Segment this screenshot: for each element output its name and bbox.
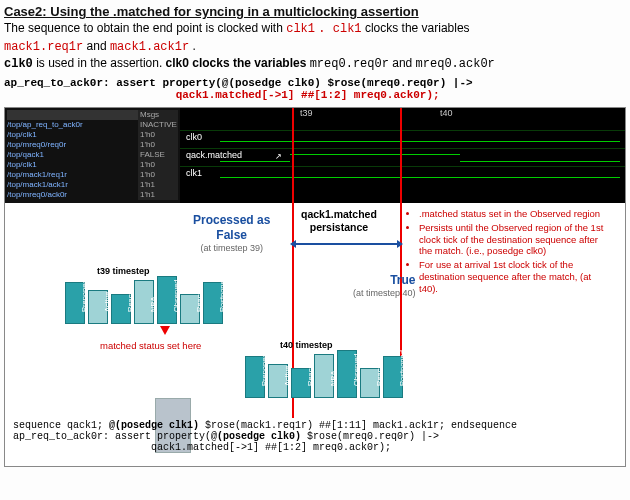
bullet-list: .matched status set in the Observed regi… [405, 208, 610, 297]
bullet-3: For use at arrival 1st clock tick of the… [419, 259, 610, 295]
intro-line-2: clk0 is used in the assertion. clk0 cloc… [4, 56, 626, 73]
assert-code: ap_req_to_ack0r: assert property(@(posed… [4, 77, 626, 101]
txt: The sequence to obtain the end point is … [4, 21, 286, 35]
bc1a: sequence qack1; [13, 420, 109, 431]
bottom-code: sequence qack1; @(posedge clk1) $rose(ma… [13, 420, 517, 453]
var2: mack1.ack1r [110, 40, 189, 54]
txt: is used in the assertion. [36, 56, 165, 70]
intro-line-1: The sequence to obtain the end point is … [4, 21, 626, 38]
tree-row: /top/ap_req_to_ack0rINACTIVE [7, 120, 178, 130]
stage-active: Active [268, 364, 288, 398]
txt: clocks the variables [192, 56, 309, 70]
txt: clocks the variables [365, 21, 470, 35]
persist-range-arrow [295, 243, 398, 245]
stages-t40: PreponedActiveReactiveNBAObservedReactiv… [245, 350, 403, 398]
time-t39: t39 [300, 108, 313, 118]
pf3: (at timestep 39) [193, 243, 270, 254]
stage-preponed: Preponed [245, 356, 265, 398]
wave-signal-tree: Msgs /top/ap_req_to_ack0rINACTIVE/top/cl… [5, 108, 180, 203]
tree-row: /top/clk11'h0 [7, 130, 178, 140]
assert-pre: ap_req_to_ack0r: assert property(@(posed… [4, 77, 473, 89]
bc3: qack1.matched[->1] ##[1:2] mreq0.ack0r); [13, 442, 391, 453]
bc2c: $rose(mreq0.req0r) |-> [301, 431, 439, 442]
tree-row: /top/clk11'h0 [7, 160, 178, 170]
clk0a: clk0 [4, 57, 33, 71]
stage-observed: Observed [157, 276, 177, 324]
clk1-a: clk1 [286, 22, 315, 36]
stage-reactive: Reactive [291, 368, 311, 398]
stage-active: Active [88, 290, 108, 324]
stage-postponed: Postponed [383, 356, 403, 398]
bc1b: @(posedge clk1) [109, 420, 199, 431]
period: . [192, 39, 195, 53]
bc2b: (posedge clk0) [217, 431, 301, 442]
sig-matched: qack.matched [186, 150, 242, 160]
clk0b: clk0 [166, 56, 189, 70]
stages-t39: PreponedActiveReactiveNBAObservedReactiv… [65, 276, 223, 324]
and2: and [392, 56, 415, 70]
tree-row: /top/mack1/req1r1'h0 [7, 170, 178, 180]
msgs-hdr: Msgs [138, 110, 178, 120]
dot: . [318, 22, 332, 36]
bullet-1: .matched status set in the Observed regi… [419, 208, 610, 220]
persist-t: qack1.matched [301, 208, 377, 221]
stage-reactive: Reactive [180, 294, 200, 324]
matched-arrow: ↗ [275, 152, 282, 161]
sig-clk0: clk0 [186, 132, 202, 142]
intro-line-vars: mack1.req1r and mack1.ack1r . [4, 39, 626, 56]
waveform-area: t39 t40 clk0 qack.matched ↗ clk1 [180, 108, 625, 203]
bc1c: $rose(mack1.req1r) ##[1:11] mack1.ack1r;… [199, 420, 517, 431]
time-t40: t40 [440, 108, 453, 118]
v4: mreq0.ack0r [416, 57, 495, 71]
diagram-frame: Msgs /top/ap_req_to_ack0rINACTIVE/top/cl… [4, 107, 626, 467]
bullet-2: Persists until the Observed region of th… [419, 222, 610, 258]
var1: mack1.req1r [4, 40, 83, 54]
tree-row: /top/mreq0/ack0r1'h1 [7, 190, 178, 200]
pf2: False [193, 228, 270, 243]
assert-cont: qack1.matched[->1] ##[1:2] mreq0.ack0r); [4, 89, 440, 101]
stage-postponed: Postponed [203, 282, 223, 324]
matched-here-label: matched status set here [100, 340, 201, 352]
processed-false: Processed as False (at timestep 39) [193, 213, 270, 254]
pf1: Processed as [193, 213, 270, 228]
bc2a: ap_req_to_ack0r: assert property(@ [13, 431, 217, 442]
stage-preponed: Preponed [65, 282, 85, 324]
stage-reactive: Reactive [360, 368, 380, 398]
clk1-b: clk1 [333, 22, 362, 36]
marker-t40 [400, 108, 402, 358]
and: and [87, 39, 110, 53]
stage-reactive: Reactive [111, 294, 131, 324]
v3: mreq0.req0r [310, 57, 389, 71]
tree-row: /top/mack1/ack1r1'h1 [7, 180, 178, 190]
tree-row: /top/qack1FALSE [7, 150, 178, 160]
stage-nba: NBA [134, 280, 154, 324]
sig-clk1: clk1 [186, 168, 202, 178]
stage-observed: Observed [337, 350, 357, 398]
arrow-set-here [160, 326, 170, 335]
case-title: Case2: Using the .matched for syncing in… [4, 4, 626, 19]
persist-s: persistance [301, 221, 377, 234]
persist-label: qack1.matched persistance [301, 208, 377, 234]
stage-nba: NBA [314, 354, 334, 398]
tree-row: /top/mreq0/req0r1'h0 [7, 140, 178, 150]
